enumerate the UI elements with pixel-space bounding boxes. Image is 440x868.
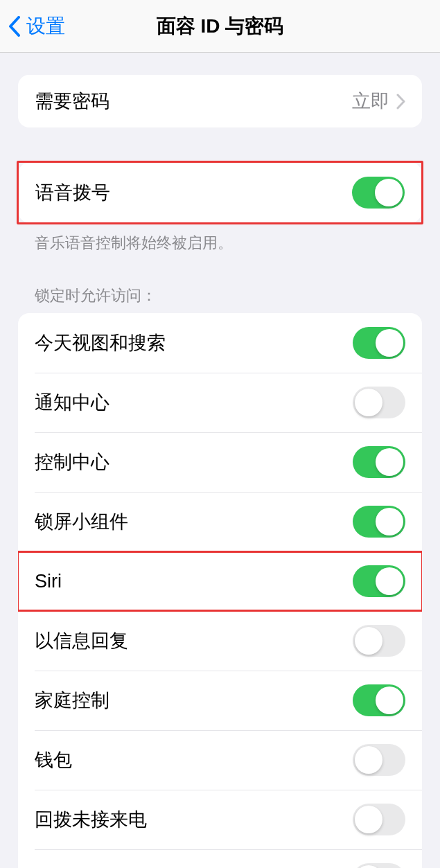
back-label: 设置: [26, 13, 65, 39]
allow-locked-row: 今天视图和搜索: [18, 313, 422, 373]
allow-locked-label: 钱包: [35, 747, 72, 772]
allow-locked-label: 通知中心: [35, 390, 109, 415]
chevron-right-icon: [396, 94, 405, 109]
allow-locked-row: Siri: [18, 551, 422, 611]
allow-locked-toggle[interactable]: [353, 506, 405, 538]
allow-locked-label: 回拨未接来电: [35, 807, 147, 832]
back-button[interactable]: 设置: [0, 13, 65, 39]
allow-locked-toggle[interactable]: [353, 327, 405, 359]
require-passcode-group: 需要密码 立即: [0, 75, 440, 127]
allow-locked-toggle[interactable]: [353, 625, 405, 657]
allow-locked-row: 锁屏小组件: [18, 492, 422, 551]
allow-locked-label: Siri: [35, 571, 62, 592]
voice-dial-group: 语音拨号 音乐语音控制将始终被启用。: [0, 161, 440, 254]
allow-locked-row: USB 配件: [18, 849, 422, 868]
allow-locked-toggle[interactable]: [353, 446, 405, 478]
allow-locked-toggle[interactable]: [353, 804, 405, 835]
allow-locked-row: 控制中心: [18, 432, 422, 492]
allow-locked-label: 家庭控制: [35, 688, 109, 713]
allow-locked-row: 钱包: [18, 730, 422, 790]
voice-dial-label: 语音拨号: [35, 180, 110, 205]
allow-when-locked-list: 今天视图和搜索通知中心控制中心锁屏小组件Siri以信息回复家庭控制钱包回拨未接来…: [18, 313, 422, 868]
voice-dial-footer: 音乐语音控制将始终被启用。: [0, 224, 440, 254]
allow-locked-row: 回拨未接来电: [18, 790, 422, 849]
allow-locked-row: 以信息回复: [18, 611, 422, 671]
allow-locked-toggle[interactable]: [353, 565, 405, 597]
require-passcode-value: 立即: [352, 89, 405, 114]
allow-locked-toggle[interactable]: [353, 684, 405, 716]
allow-when-locked-header: 锁定时允许访问：: [0, 278, 440, 313]
allow-locked-label: 控制中心: [35, 450, 109, 475]
highlight-voice-dial: 语音拨号: [17, 161, 423, 224]
allow-locked-toggle[interactable]: [353, 387, 405, 418]
voice-dial-toggle[interactable]: [352, 177, 405, 209]
allow-locked-label: 今天视图和搜索: [35, 330, 166, 355]
page-title: 面容 ID 与密码: [157, 13, 284, 39]
allow-locked-label: 以信息回复: [35, 628, 128, 653]
voice-dial-row: 语音拨号: [19, 163, 421, 222]
allow-when-locked-group: 锁定时允许访问： 今天视图和搜索通知中心控制中心锁屏小组件Siri以信息回复家庭…: [0, 278, 440, 868]
nav-bar: 设置 面容 ID 与密码: [0, 0, 440, 53]
allow-locked-toggle[interactable]: [353, 744, 405, 776]
allow-locked-row: 通知中心: [18, 373, 422, 432]
allow-locked-toggle[interactable]: [353, 863, 405, 868]
allow-locked-row: 家庭控制: [18, 671, 422, 730]
require-passcode-label: 需要密码: [35, 89, 109, 114]
allow-locked-label: 锁屏小组件: [35, 509, 128, 534]
chevron-left-icon: [8, 16, 21, 37]
require-passcode-row[interactable]: 需要密码 立即: [18, 75, 422, 127]
